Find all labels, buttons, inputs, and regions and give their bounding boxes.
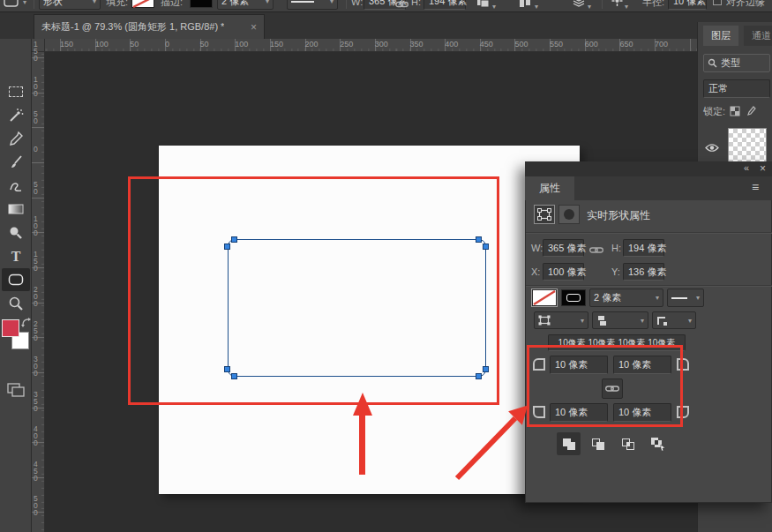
magnifier-icon [7,295,25,312]
link-wh-icon[interactable] [589,243,603,259]
h-ruler-label: 50 [200,40,209,49]
h-ruler-label: 150 [270,40,283,49]
h-ruler-label: 50 [130,40,139,49]
h-ruler-label: 600 [585,40,598,49]
stroke-style-dropdown[interactable]: ▾ [287,0,338,10]
mask-icon [564,209,574,220]
screen-mode-icon[interactable] [7,383,25,401]
align-edges-label: 对齐边缘 [726,0,765,8]
chevron-down-icon: ▾ [535,3,538,11]
v-ruler-label: 1 5 0 [34,251,38,272]
spot-healing-tool[interactable] [2,104,30,127]
search-icon [708,58,717,68]
blend-mode-dropdown[interactable]: 正常 [703,79,770,98]
pathop-subtract-button[interactable] [586,432,610,455]
document-title: 未标题-1 @ 79.3% (圆角矩形 1, RGB/8#) * [41,20,224,34]
chevron-down-icon: ▾ [266,0,269,5]
marquee-tool[interactable] [2,80,30,103]
stroke-style-preview [291,1,314,3]
fill-swatch[interactable] [131,0,154,8]
w-label: W: [531,242,543,254]
h-ruler-label: 450 [480,40,493,49]
path-operations-icon[interactable] [476,0,490,11]
y-input[interactable]: 136 像素 [623,263,664,281]
type-tool[interactable]: T [2,245,30,268]
chevron-down-icon[interactable]: ▾ [23,0,26,6]
height-input[interactable]: 194 像素 [423,0,466,10]
fill-swatch[interactable] [532,289,557,306]
align-edges-checkbox[interactable] [713,0,722,5]
stroke-style-preview [671,297,687,299]
stroke-label: 描边: [161,0,183,8]
pathop-intersect-button[interactable] [616,432,640,455]
v-ruler-label: 2 5 0 [34,320,38,341]
h-input[interactable]: 194 像素 [623,239,664,257]
panel-group-header: « × [525,161,772,176]
x-input[interactable]: 100 像素 [543,263,584,281]
stroke-swatch[interactable] [561,289,586,306]
section-title: 实时形状属性 [587,208,650,223]
v-ruler-label: 5 0 [34,181,38,195]
mask-properties-button[interactable] [558,205,580,224]
rounded-rectangle-tool[interactable] [2,268,30,291]
chevron-down-icon: ▾ [581,317,584,325]
zoom-tool[interactable] [2,292,30,315]
lock-pixels-icon[interactable] [746,106,756,117]
v-ruler-label: 3 0 0 [34,356,38,377]
brush-tool[interactable] [2,151,30,174]
lock-transparency-icon[interactable] [730,106,741,117]
y-label: Y: [611,266,620,278]
stroke-align-dropdown[interactable]: ▾ [534,311,588,329]
tab-channels[interactable]: 通道 [744,26,772,46]
stroke-swatch[interactable] [190,0,213,8]
close-panel-icon[interactable]: × [760,162,766,175]
chevron-down-icon: ▾ [93,0,96,5]
h-ruler-label: 250 [340,40,353,49]
height-label: H: [411,0,421,8]
h-ruler-label: 150 [60,40,73,49]
foreground-color-swatch[interactable] [2,319,19,337]
vertical-ruler[interactable]: 1 5 01 0 05 005 01 0 01 5 02 0 02 5 03 0… [32,52,45,532]
swap-colors-icon[interactable] [21,315,31,331]
radius-input[interactable]: 10 像素 [668,0,707,10]
stroke-width-dropdown[interactable]: 2 像素▾ [589,288,663,307]
mixer-brush-tool[interactable] [2,175,30,198]
pathop-exclude-button[interactable] [646,432,670,455]
stroke-corners-dropdown[interactable]: ▾ [652,311,696,329]
eyedropper-tool[interactable] [2,127,30,150]
tool-preset-icon[interactable] [4,0,19,11]
dodge-tool[interactable] [2,221,30,244]
tab-properties[interactable]: 属性 [525,176,574,200]
geometry-options-icon[interactable] [611,0,624,11]
v-ruler-label: 3 5 0 [34,391,38,412]
visibility-eye-icon[interactable] [705,143,719,153]
pathop-intersect-icon [621,438,635,451]
v-ruler-label: 4 0 0 [34,425,38,446]
chevron-down-icon: ▾ [696,294,700,302]
tool-mode-dropdown[interactable]: 形状▾ [39,0,101,10]
stroke-caps-dropdown[interactable]: ▾ [592,311,648,329]
eyedropper-icon [7,130,25,147]
horizontal-ruler[interactable]: 1501005005010015020025030035040045050055… [45,39,697,52]
pathop-combine-button[interactable] [557,432,581,455]
gradient-tool[interactable] [2,198,30,221]
shape-properties-button[interactable] [534,205,555,224]
fill-label: 填充: [106,0,128,8]
close-icon[interactable]: × [251,21,257,34]
path-alignment-icon[interactable] [519,0,532,11]
pathop-subtract-icon [591,438,605,451]
stroke-style-dropdown[interactable]: ▾ [667,288,704,307]
collapse-panel-icon[interactable]: « [744,162,749,173]
tab-layers[interactable]: 图层 [703,26,738,46]
stroke-width-dropdown[interactable]: 2 像素▾ [217,0,274,10]
v-ruler-label: 1 0 0 [34,76,38,97]
panel-menu-icon[interactable]: ≡ [752,180,759,194]
h-ruler-label: 700 [655,40,668,49]
lock-options-row: 锁定: [703,105,756,117]
layer-filter-field[interactable]: 类型 [703,54,770,72]
h-ruler-label: 550 [550,40,563,49]
path-arrangement-icon[interactable] [572,0,586,11]
w-input[interactable]: 365 像素 [543,239,584,257]
document-tab[interactable]: 未标题-1 @ 79.3% (圆角矩形 1, RGB/8#) * × [34,14,265,39]
link-dimensions-icon[interactable] [395,0,408,12]
